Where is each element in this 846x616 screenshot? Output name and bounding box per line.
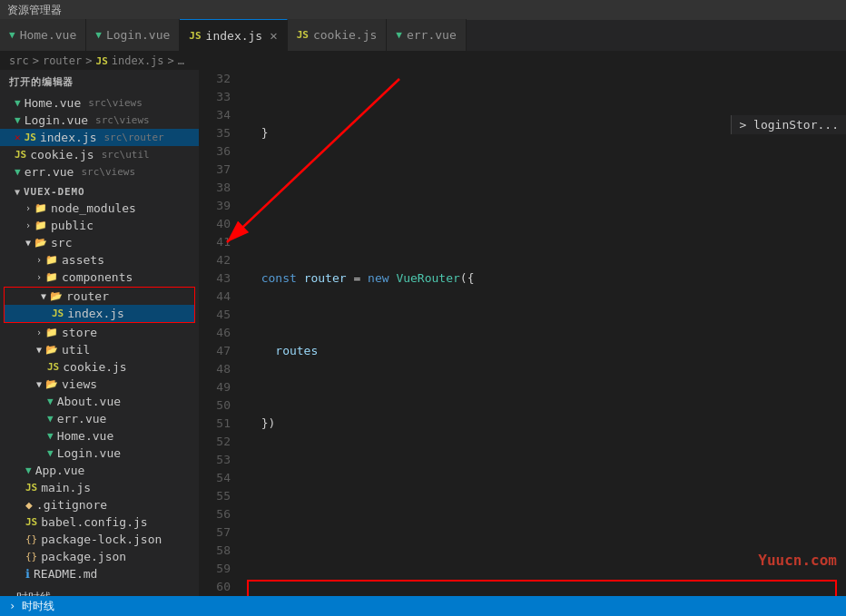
tab-err-vue[interactable]: ▼ err.vue	[387, 19, 466, 51]
breadcrumb-filename: index.js	[112, 54, 164, 67]
vue-icon: ▼	[47, 396, 54, 407]
tree-util[interactable]: ▼ 📂 util	[0, 341, 199, 358]
folder-name: components	[62, 270, 133, 284]
folder-icon: 📁	[45, 254, 58, 266]
dot-icon: ◆	[25, 498, 33, 512]
file-name: cookie.js	[63, 360, 126, 374]
chevron-icon: ▼	[36, 379, 42, 389]
open-file-login-vue[interactable]: ▼ Login.vue src\views	[0, 112, 199, 129]
code-line-37	[247, 487, 837, 505]
router-highlight-box: ▼ 📂 router JS index.js	[4, 287, 195, 323]
open-file-cookie-js[interactable]: JS cookie.js src\util	[0, 146, 199, 163]
file-path: src\views	[95, 114, 150, 126]
vue-icon: ▼	[15, 97, 21, 109]
tab-login-vue[interactable]: ▼ Login.vue	[86, 19, 180, 51]
file-name: Login.vue	[25, 113, 88, 127]
folder-name: util	[62, 343, 90, 357]
tab-label: Home.vue	[20, 28, 77, 42]
breadcrumb-sep3: >	[168, 54, 174, 67]
tree-store[interactable]: › 📁 store	[0, 324, 199, 341]
tree-bottom-item[interactable]: › 时时线	[0, 588, 199, 596]
tab-label: err.vue	[407, 28, 457, 42]
top-bar: 资源管理器	[0, 0, 846, 20]
status-item: › 时时线	[9, 599, 54, 614]
project-title[interactable]: ▼ VUEX-DEMO	[0, 184, 199, 200]
info-icon: ℹ	[25, 567, 30, 581]
tree-home-vue[interactable]: ▼ Home.vue	[0, 427, 199, 445]
json-icon: {}	[25, 551, 37, 562]
vue-icon: ▼	[47, 413, 54, 425]
js-icon: JS	[15, 149, 26, 161]
open-file-home-vue[interactable]: ▼ Home.vue src\views	[0, 94, 199, 112]
chevron-icon: ▼	[25, 238, 31, 248]
folder-icon: 📁	[34, 202, 47, 214]
tree-app-vue[interactable]: ▼ App.vue	[0, 462, 199, 479]
folder-name: node_modules	[51, 201, 136, 215]
code-container: 32 33 34 35 36 37 38 39 40 41 42 43 44 4…	[200, 70, 846, 596]
file-name: package.json	[41, 550, 126, 563]
close-icon[interactable]: ✕	[270, 28, 277, 43]
code-line-35: routes	[247, 342, 837, 360]
chevron-icon: ▼	[41, 291, 46, 301]
js-icon: JS	[47, 361, 59, 373]
vue-icon: ▼	[95, 29, 102, 41]
chevron-icon: ›	[36, 272, 42, 282]
tab-cookie-js[interactable]: JS cookie.js	[288, 19, 388, 51]
folder-icon: 📁	[45, 271, 58, 283]
folder-icon: 📁	[34, 220, 47, 231]
tree-package-lock[interactable]: {} package-lock.json	[0, 531, 199, 548]
app-container: 资源管理器 ▼ Home.vue ▼ Login.vue JS index.js…	[0, 0, 846, 616]
tab-index-js[interactable]: JS index.js ✕	[180, 19, 287, 51]
folder-name: router	[66, 289, 109, 303]
tree-cookie-js[interactable]: JS cookie.js	[0, 358, 199, 376]
tree-login-vue[interactable]: ▼ Login.vue	[0, 445, 199, 462]
tab-label: Login.vue	[106, 28, 170, 42]
tree-gitignore[interactable]: ◆ .gitignore	[0, 496, 199, 513]
folder-icon: 📂	[45, 378, 58, 390]
file-name: About.vue	[57, 395, 121, 408]
tree-public[interactable]: › 📁 public	[0, 217, 199, 234]
js-icon: JS	[25, 132, 36, 143]
code-text: } const router = new VueRouter({ routes …	[238, 70, 846, 596]
tree-components[interactable]: › 📁 components	[0, 269, 199, 286]
tree-main-js[interactable]: JS main.js	[0, 479, 199, 496]
tab-label: cookie.js	[313, 28, 377, 42]
file-name: err.vue	[25, 165, 74, 179]
file-name: .gitignore	[36, 498, 107, 512]
tree-about-vue[interactable]: ▼ About.vue	[0, 393, 199, 410]
open-file-err-vue[interactable]: ▼ err.vue src\views	[0, 163, 199, 181]
vue-icon: ▼	[15, 114, 21, 126]
collapse-icon: ▼	[15, 187, 20, 197]
tab-label: index.js	[206, 29, 263, 43]
vue-icon: ▼	[15, 166, 21, 178]
file-path: src\views	[88, 97, 143, 109]
open-file-index-js[interactable]: ✕ JS index.js src\router	[0, 129, 199, 146]
tree-index-js[interactable]: JS index.js	[5, 305, 194, 322]
breadcrumb-sep1: >	[33, 54, 39, 67]
chevron-icon: ›	[25, 203, 31, 213]
vue-icon: ▼	[47, 447, 54, 459]
file-name: Login.vue	[57, 446, 121, 460]
tree-views[interactable]: ▼ 📂 views	[0, 376, 199, 393]
status-bar: › 时时线	[0, 596, 846, 616]
tree-babel-config[interactable]: JS babel.config.js	[0, 513, 199, 531]
breadcrumb-js-icon: JS	[96, 55, 108, 67]
tab-home-vue[interactable]: ▼ Home.vue	[0, 19, 86, 51]
right-hint[interactable]: > loginStor...	[731, 115, 846, 134]
tree-err-vue[interactable]: ▼ err.vue	[0, 410, 199, 427]
js-icon: JS	[189, 30, 201, 42]
file-name: package-lock.json	[41, 533, 162, 546]
folder-name: store	[62, 326, 97, 339]
tree-src[interactable]: ▼ 📂 src	[0, 234, 199, 251]
file-name: Home.vue	[57, 429, 114, 443]
tree-router[interactable]: ▼ 📂 router	[5, 288, 194, 305]
tree-package-json[interactable]: {} package.json	[0, 548, 199, 565]
section-open-files: 打开的编辑器	[0, 70, 199, 94]
line-numbers: 32 33 34 35 36 37 38 39 40 41 42 43 44 4…	[200, 70, 238, 596]
tree-assets[interactable]: › 📁 assets	[0, 251, 199, 269]
tree-readme[interactable]: ℹ README.md	[0, 565, 199, 582]
tree-node-modules[interactable]: › 📁 node_modules	[0, 200, 199, 217]
breadcrumb-src: src	[9, 54, 29, 67]
folder-name: src	[51, 236, 72, 249]
sidebar: 打开的编辑器 ▼ Home.vue src\views ▼ Login.vue …	[0, 70, 200, 596]
